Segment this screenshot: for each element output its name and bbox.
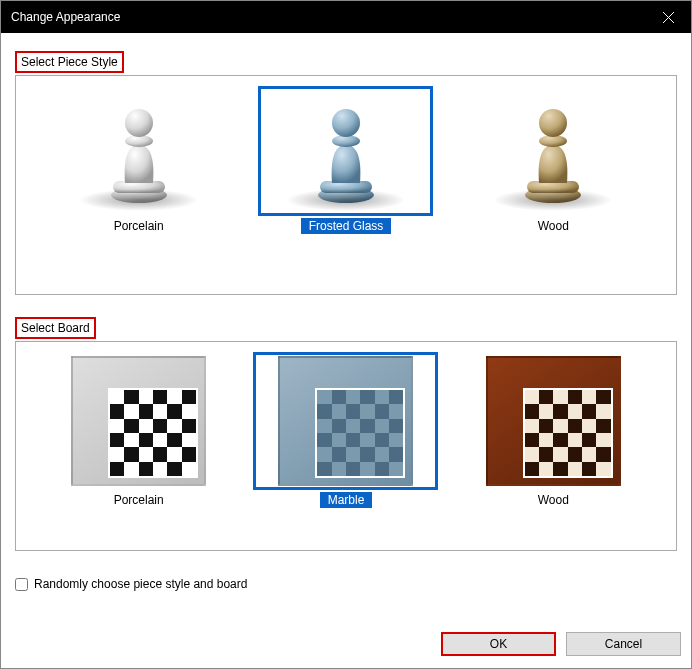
random-checkbox[interactable]	[15, 578, 28, 591]
board-thumb-wood	[461, 352, 646, 490]
random-checkbox-row[interactable]: Randomly choose piece style and board	[15, 577, 677, 591]
piece-thumb-frosted-glass	[258, 86, 433, 216]
board-option-label: Porcelain	[106, 492, 172, 508]
piece-option-label: Wood	[530, 218, 577, 234]
pieces-section-label: Select Piece Style	[15, 51, 124, 73]
close-button[interactable]	[646, 1, 691, 33]
titlebar: Change Appearance	[1, 1, 691, 33]
random-checkbox-label: Randomly choose piece style and board	[34, 577, 247, 591]
boards-section-label: Select Board	[15, 317, 96, 339]
piece-option-porcelain[interactable]: Porcelain	[46, 86, 231, 234]
board-option-label: Marble	[320, 492, 373, 508]
svg-point-9	[332, 109, 360, 137]
board-option-marble[interactable]: Marble	[253, 352, 438, 508]
board-option-porcelain[interactable]: Porcelain	[46, 352, 231, 508]
cancel-button[interactable]: Cancel	[566, 632, 681, 656]
window-title: Change Appearance	[11, 10, 646, 24]
piece-thumb-porcelain	[51, 86, 226, 216]
ok-button[interactable]: OK	[441, 632, 556, 656]
svg-point-13	[539, 109, 567, 137]
boards-panel: Porcelain Marble Wood	[15, 341, 677, 551]
piece-option-label: Porcelain	[106, 218, 172, 234]
svg-point-5	[125, 109, 153, 137]
close-icon	[663, 12, 674, 23]
piece-option-wood[interactable]: Wood	[461, 86, 646, 234]
board-option-label: Wood	[530, 492, 577, 508]
piece-option-label: Frosted Glass	[301, 218, 392, 234]
board-option-wood[interactable]: Wood	[461, 352, 646, 508]
pieces-panel: Porcelain	[15, 75, 677, 295]
dialog-content: Select Piece Style	[1, 33, 691, 626]
board-thumb-porcelain	[46, 352, 231, 490]
button-row: OK Cancel	[1, 626, 691, 668]
piece-option-frosted-glass[interactable]: Frosted Glass	[253, 86, 438, 234]
piece-thumb-wood	[466, 86, 641, 216]
board-thumb-marble	[253, 352, 438, 490]
